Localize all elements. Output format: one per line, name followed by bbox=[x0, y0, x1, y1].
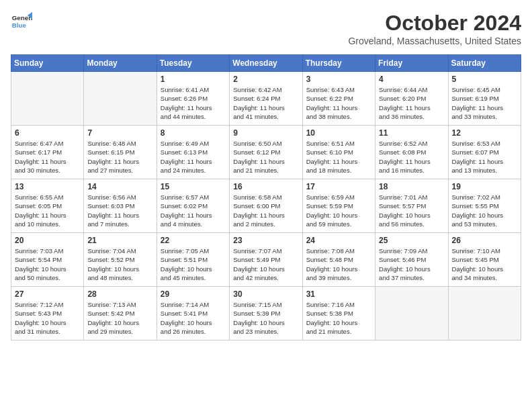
calendar-cell: 28Sunrise: 7:13 AM Sunset: 5:42 PM Dayli… bbox=[84, 287, 157, 340]
calendar-cell: 25Sunrise: 7:09 AM Sunset: 5:46 PM Dayli… bbox=[375, 233, 448, 287]
page-header: General Blue October 2024 Groveland, Mas… bbox=[11, 11, 521, 46]
calendar-week-4: 20Sunrise: 7:03 AM Sunset: 5:54 PM Dayli… bbox=[11, 233, 521, 287]
calendar-cell: 30Sunrise: 7:15 AM Sunset: 5:39 PM Dayli… bbox=[230, 287, 302, 340]
day-number: 31 bbox=[306, 289, 371, 299]
calendar-cell: 12Sunrise: 6:53 AM Sunset: 6:07 PM Dayli… bbox=[448, 126, 521, 179]
calendar-cell: 11Sunrise: 6:52 AM Sunset: 6:08 PM Dayli… bbox=[375, 126, 448, 179]
day-info: Sunrise: 6:49 AM Sunset: 6:13 PM Dayligh… bbox=[161, 139, 226, 175]
day-info: Sunrise: 6:52 AM Sunset: 6:08 PM Dayligh… bbox=[379, 139, 444, 175]
calendar-cell: 4Sunrise: 6:44 AM Sunset: 6:20 PM Daylig… bbox=[375, 72, 448, 126]
day-info: Sunrise: 7:15 AM Sunset: 5:39 PM Dayligh… bbox=[233, 300, 298, 336]
day-info: Sunrise: 6:44 AM Sunset: 6:20 PM Dayligh… bbox=[379, 85, 444, 121]
day-info: Sunrise: 7:09 AM Sunset: 5:46 PM Dayligh… bbox=[379, 246, 444, 282]
day-info: Sunrise: 7:02 AM Sunset: 5:55 PM Dayligh… bbox=[452, 193, 517, 228]
svg-text:Blue: Blue bbox=[12, 21, 27, 29]
day-info: Sunrise: 6:43 AM Sunset: 6:22 PM Dayligh… bbox=[306, 85, 371, 121]
day-number: 30 bbox=[233, 289, 298, 299]
location: Groveland, Massachusetts, United States bbox=[348, 36, 521, 46]
calendar-cell: 20Sunrise: 7:03 AM Sunset: 5:54 PM Dayli… bbox=[11, 233, 84, 287]
calendar-cell: 2Sunrise: 6:42 AM Sunset: 6:24 PM Daylig… bbox=[230, 72, 302, 126]
calendar-cell: 15Sunrise: 6:57 AM Sunset: 6:02 PM Dayli… bbox=[157, 179, 229, 233]
calendar-cell: 23Sunrise: 7:07 AM Sunset: 5:49 PM Dayli… bbox=[230, 233, 302, 287]
logo: General Blue bbox=[11, 11, 32, 32]
day-info: Sunrise: 7:07 AM Sunset: 5:49 PM Dayligh… bbox=[233, 246, 298, 282]
day-info: Sunrise: 7:08 AM Sunset: 5:48 PM Dayligh… bbox=[306, 246, 371, 282]
calendar-week-1: 1Sunrise: 6:41 AM Sunset: 6:26 PM Daylig… bbox=[11, 72, 521, 126]
day-info: Sunrise: 6:57 AM Sunset: 6:02 PM Dayligh… bbox=[161, 193, 226, 228]
day-number: 13 bbox=[15, 182, 80, 191]
day-number: 3 bbox=[306, 75, 371, 84]
day-number: 9 bbox=[233, 128, 298, 138]
day-number: 23 bbox=[233, 236, 298, 245]
day-info: Sunrise: 6:41 AM Sunset: 6:26 PM Dayligh… bbox=[161, 85, 226, 121]
day-info: Sunrise: 6:58 AM Sunset: 6:00 PM Dayligh… bbox=[233, 193, 298, 228]
calendar-cell: 5Sunrise: 6:45 AM Sunset: 6:19 PM Daylig… bbox=[448, 72, 521, 126]
calendar-table: SundayMondayTuesdayWednesdayThursdayFrid… bbox=[11, 54, 521, 340]
calendar-cell: 17Sunrise: 6:59 AM Sunset: 5:59 PM Dayli… bbox=[302, 179, 375, 233]
day-info: Sunrise: 6:53 AM Sunset: 6:07 PM Dayligh… bbox=[452, 139, 517, 175]
calendar-cell: 7Sunrise: 6:48 AM Sunset: 6:15 PM Daylig… bbox=[84, 126, 157, 179]
calendar-header-wednesday: Wednesday bbox=[230, 55, 302, 72]
day-number: 10 bbox=[306, 128, 371, 138]
calendar-cell: 19Sunrise: 7:02 AM Sunset: 5:55 PM Dayli… bbox=[448, 179, 521, 233]
day-number: 11 bbox=[379, 128, 444, 138]
day-number: 21 bbox=[87, 236, 152, 245]
day-info: Sunrise: 7:16 AM Sunset: 5:38 PM Dayligh… bbox=[306, 300, 371, 336]
calendar-cell: 6Sunrise: 6:47 AM Sunset: 6:17 PM Daylig… bbox=[11, 126, 84, 179]
day-info: Sunrise: 6:42 AM Sunset: 6:24 PM Dayligh… bbox=[233, 85, 298, 121]
day-number: 29 bbox=[161, 289, 226, 299]
day-number: 7 bbox=[87, 128, 152, 138]
calendar-cell: 3Sunrise: 6:43 AM Sunset: 6:22 PM Daylig… bbox=[302, 72, 375, 126]
day-number: 25 bbox=[379, 236, 444, 245]
day-info: Sunrise: 7:05 AM Sunset: 5:51 PM Dayligh… bbox=[161, 246, 226, 282]
day-info: Sunrise: 6:56 AM Sunset: 6:03 PM Dayligh… bbox=[87, 193, 152, 228]
day-info: Sunrise: 6:51 AM Sunset: 6:10 PM Dayligh… bbox=[306, 139, 371, 175]
day-number: 1 bbox=[161, 75, 226, 84]
day-number: 19 bbox=[452, 182, 517, 191]
calendar-cell: 18Sunrise: 7:01 AM Sunset: 5:57 PM Dayli… bbox=[375, 179, 448, 233]
day-number: 5 bbox=[452, 75, 517, 84]
day-number: 15 bbox=[161, 182, 226, 191]
day-number: 6 bbox=[15, 128, 80, 138]
calendar-cell: 10Sunrise: 6:51 AM Sunset: 6:10 PM Dayli… bbox=[302, 126, 375, 179]
calendar-header-tuesday: Tuesday bbox=[157, 55, 229, 72]
calendar-cell: 16Sunrise: 6:58 AM Sunset: 6:00 PM Dayli… bbox=[230, 179, 302, 233]
calendar-week-2: 6Sunrise: 6:47 AM Sunset: 6:17 PM Daylig… bbox=[11, 126, 521, 179]
day-number: 22 bbox=[161, 236, 226, 245]
calendar-cell: 27Sunrise: 7:12 AM Sunset: 5:43 PM Dayli… bbox=[11, 287, 84, 340]
calendar-cell: 24Sunrise: 7:08 AM Sunset: 5:48 PM Dayli… bbox=[302, 233, 375, 287]
day-number: 16 bbox=[233, 182, 298, 191]
day-info: Sunrise: 6:48 AM Sunset: 6:15 PM Dayligh… bbox=[87, 139, 152, 175]
calendar-cell: 14Sunrise: 6:56 AM Sunset: 6:03 PM Dayli… bbox=[84, 179, 157, 233]
calendar-header-sunday: Sunday bbox=[11, 55, 84, 72]
calendar-week-3: 13Sunrise: 6:55 AM Sunset: 6:05 PM Dayli… bbox=[11, 179, 521, 233]
calendar-header-friday: Friday bbox=[375, 55, 448, 72]
day-info: Sunrise: 6:59 AM Sunset: 5:59 PM Dayligh… bbox=[306, 193, 371, 228]
day-info: Sunrise: 7:12 AM Sunset: 5:43 PM Dayligh… bbox=[15, 300, 80, 336]
day-number: 12 bbox=[452, 128, 517, 138]
day-number: 4 bbox=[379, 75, 444, 84]
day-number: 28 bbox=[87, 289, 152, 299]
day-number: 17 bbox=[306, 182, 371, 191]
calendar-cell: 13Sunrise: 6:55 AM Sunset: 6:05 PM Dayli… bbox=[11, 179, 84, 233]
day-info: Sunrise: 7:13 AM Sunset: 5:42 PM Dayligh… bbox=[87, 300, 152, 336]
day-info: Sunrise: 6:55 AM Sunset: 6:05 PM Dayligh… bbox=[15, 193, 80, 228]
day-number: 20 bbox=[15, 236, 80, 245]
day-info: Sunrise: 7:03 AM Sunset: 5:54 PM Dayligh… bbox=[15, 246, 80, 282]
calendar-cell: 29Sunrise: 7:14 AM Sunset: 5:41 PM Dayli… bbox=[157, 287, 229, 340]
calendar-header-saturday: Saturday bbox=[448, 55, 521, 72]
calendar-cell: 1Sunrise: 6:41 AM Sunset: 6:26 PM Daylig… bbox=[157, 72, 229, 126]
logo-icon: General Blue bbox=[11, 11, 32, 32]
day-info: Sunrise: 7:10 AM Sunset: 5:45 PM Dayligh… bbox=[452, 246, 517, 282]
day-number: 24 bbox=[306, 236, 371, 245]
day-info: Sunrise: 7:04 AM Sunset: 5:52 PM Dayligh… bbox=[87, 246, 152, 282]
calendar-week-5: 27Sunrise: 7:12 AM Sunset: 5:43 PM Dayli… bbox=[11, 287, 521, 340]
month-title: October 2024 bbox=[348, 11, 521, 36]
title-area: October 2024 Groveland, Massachusetts, U… bbox=[348, 11, 521, 46]
calendar-cell: 21Sunrise: 7:04 AM Sunset: 5:52 PM Dayli… bbox=[84, 233, 157, 287]
calendar-cell bbox=[84, 72, 157, 126]
day-number: 18 bbox=[379, 182, 444, 191]
day-info: Sunrise: 6:47 AM Sunset: 6:17 PM Dayligh… bbox=[15, 139, 80, 175]
calendar-cell: 22Sunrise: 7:05 AM Sunset: 5:51 PM Dayli… bbox=[157, 233, 229, 287]
day-number: 8 bbox=[161, 128, 226, 138]
